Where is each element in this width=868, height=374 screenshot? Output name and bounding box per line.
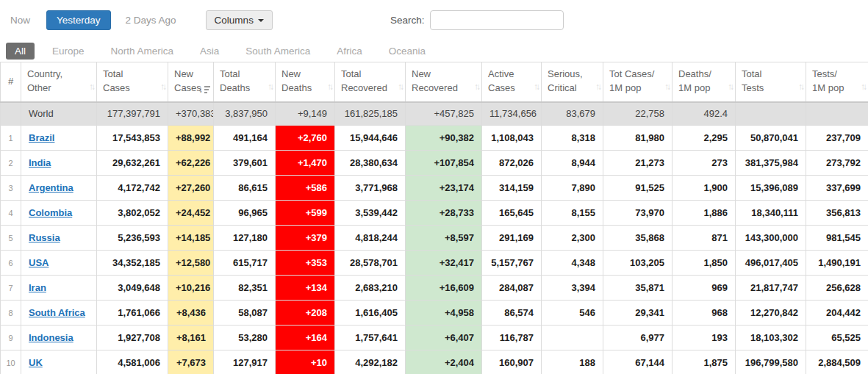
column-header-total-cases[interactable]: TotalCases↑↓ xyxy=(97,62,168,102)
column-header-new-recovered[interactable]: NewRecovered↑↓ xyxy=(406,62,482,102)
cell-tests-1m: 237,709 xyxy=(806,126,868,151)
column-header-serious-critical[interactable]: Serious,Critical↑↓ xyxy=(542,62,603,102)
cell-tot-cases-1m: 67,144 xyxy=(603,350,672,374)
sort-icon: ↑↓ xyxy=(664,81,669,93)
column-header-total-tests[interactable]: TotalTests↑↓ xyxy=(736,62,806,102)
cell-new-recovered: +8,597 xyxy=(406,226,482,251)
country-link[interactable]: Argentina xyxy=(29,182,73,193)
column-header-active-cases[interactable]: ActiveCases↑↓ xyxy=(482,62,542,102)
cell-deaths-1m: 871 xyxy=(672,226,736,251)
cell-tot-cases-1m: 73,970 xyxy=(603,201,672,226)
column-header-total-recovered[interactable]: TotalRecovered↑↓ xyxy=(335,62,406,102)
sort-icon: ↑↓ xyxy=(160,81,165,93)
sort-icon: ↑↓ xyxy=(327,81,331,93)
sort-icon: ↑↓ xyxy=(474,81,478,93)
cell-new-deaths: +586 xyxy=(276,176,335,201)
tab-asia[interactable]: Asia xyxy=(191,43,228,60)
cell-tests-1m: 356,813 xyxy=(806,201,868,226)
cell-deaths-1m: 1,875 xyxy=(672,350,736,374)
cell-country: World xyxy=(21,102,97,126)
cell-new-cases: +62,226 xyxy=(168,151,214,176)
cell-total-deaths: 379,601 xyxy=(214,151,276,176)
table-row: 6USA34,352,185+12,580615,717+35328,578,7… xyxy=(1,251,868,276)
cell-active-cases: 872,026 xyxy=(482,151,542,176)
cell-country: Argentina xyxy=(21,176,97,201)
cell-total-cases: 4,581,006 xyxy=(97,350,168,374)
cell-tot-cases-1m: 21,273 xyxy=(603,151,672,176)
cell-total-recovered: 1,616,405 xyxy=(335,301,406,326)
cell-tests-1m: 65,525 xyxy=(806,326,868,350)
columns-dropdown-button[interactable]: Columns xyxy=(206,10,273,30)
cell-country: Brazil xyxy=(21,126,97,151)
country-link[interactable]: UK xyxy=(29,357,43,368)
cell-tests-1m: 1,490,191 xyxy=(806,251,868,276)
country-link[interactable]: Iran xyxy=(29,282,46,293)
cell-active-cases: 165,645 xyxy=(482,201,542,226)
cell-total-tests: 21,817,747 xyxy=(736,276,806,301)
tab-oceania[interactable]: Oceania xyxy=(380,43,434,60)
table-row: 1Brazil17,543,853+88,992491,164+2,76015,… xyxy=(1,126,868,151)
search-group: Search: xyxy=(390,10,564,30)
column-header-tests-1m[interactable]: Tests/1M pop↑↓ xyxy=(806,62,868,102)
tab-north-america[interactable]: North America xyxy=(102,43,183,60)
tab-africa[interactable]: Africa xyxy=(328,43,371,60)
now-button[interactable]: Now xyxy=(10,15,30,26)
cell-deaths-1m: 193 xyxy=(672,326,736,350)
continent-tabs: AllEuropeNorth AmericaAsiaSouth AmericaA… xyxy=(0,41,868,61)
column-header-country[interactable]: Country,Other↑↓ xyxy=(21,62,97,102)
cell-deaths-1m: 1,900 xyxy=(672,176,736,201)
cell-active-cases: 291,169 xyxy=(482,226,542,251)
tab-south-america[interactable]: South America xyxy=(237,43,319,60)
column-header-total-deaths[interactable]: TotalDeaths↑↓ xyxy=(214,62,276,102)
cell-country: Iran xyxy=(21,276,97,301)
tab-all[interactable]: All xyxy=(6,43,35,60)
sort-icon: ↑↓ xyxy=(398,81,402,93)
tab-europe[interactable]: Europe xyxy=(43,43,93,60)
cell-new-recovered: +28,733 xyxy=(406,201,482,226)
country-link[interactable]: USA xyxy=(29,257,49,268)
table-row: 9Indonesia1,927,708+8,16153,280+1641,757… xyxy=(1,326,868,350)
cell-tests-1m: 204,442 xyxy=(806,301,868,326)
column-header-new-cases[interactable]: NewCases↓ xyxy=(168,62,214,102)
cell-total-tests: 50,870,041 xyxy=(736,126,806,151)
cell-tests-1m: 981,545 xyxy=(806,226,868,251)
table-row: 2India29,632,261+62,226379,601+1,47028,3… xyxy=(1,151,868,176)
cell-new-cases: +10,216 xyxy=(168,276,214,301)
country-link[interactable]: Russia xyxy=(29,232,60,243)
yesterday-button[interactable]: Yesterday xyxy=(46,10,111,30)
sort-icon: ↑↓ xyxy=(728,81,732,93)
cell-total-cases: 17,543,853 xyxy=(97,126,168,151)
cell-tests-1m: 2,884,509 xyxy=(806,350,868,374)
column-header-tot-cases-1m[interactable]: Tot Cases/1M pop↑↓ xyxy=(603,62,672,102)
cell-deaths-1m: 492.4 xyxy=(672,102,736,126)
cell-serious-critical: 8,944 xyxy=(542,151,603,176)
country-link[interactable]: India xyxy=(29,157,51,168)
two-days-ago-button[interactable]: 2 Days Ago xyxy=(126,15,176,26)
cell-serious-critical: 83,679 xyxy=(542,102,603,126)
column-header-deaths-1m[interactable]: Deaths/1M pop↑↓ xyxy=(672,62,736,102)
cell-new-recovered: +4,958 xyxy=(406,301,482,326)
cell-country: Russia xyxy=(21,226,97,251)
column-header-new-deaths[interactable]: NewDeaths↑↓ xyxy=(276,62,335,102)
cell-total-recovered: 4,818,244 xyxy=(335,226,406,251)
sort-icon: ↑↓ xyxy=(595,81,600,93)
cell-tot-cases-1m: 81,980 xyxy=(603,126,672,151)
country-link[interactable]: Indonesia xyxy=(29,332,73,343)
cell-new-recovered: +16,609 xyxy=(406,276,482,301)
cell-total-deaths: 58,087 xyxy=(214,301,276,326)
cell-total-recovered: 1,757,641 xyxy=(335,326,406,350)
table-row: 10UK4,581,006+7,673127,917+104,292,182+2… xyxy=(1,350,868,374)
table-row: 8South Africa1,761,066+8,43658,087+2081,… xyxy=(1,301,868,326)
cell-total-deaths: 86,615 xyxy=(214,176,276,201)
cell-total-recovered: 28,578,701 xyxy=(335,251,406,276)
table-row: 3Argentina4,172,742+27,26086,615+5863,77… xyxy=(1,176,868,201)
cell-tests-1m: 273,792 xyxy=(806,151,868,176)
country-link[interactable]: Colombia xyxy=(29,207,72,218)
cell-serious-critical: 4,348 xyxy=(542,251,603,276)
cell-rank: 6 xyxy=(1,251,21,276)
cell-total-tests: 12,270,842 xyxy=(736,301,806,326)
search-input[interactable] xyxy=(430,10,564,30)
country-link[interactable]: South Africa xyxy=(29,307,85,318)
country-link[interactable]: Brazil xyxy=(29,132,54,143)
cell-tests-1m: 256,628 xyxy=(806,276,868,301)
